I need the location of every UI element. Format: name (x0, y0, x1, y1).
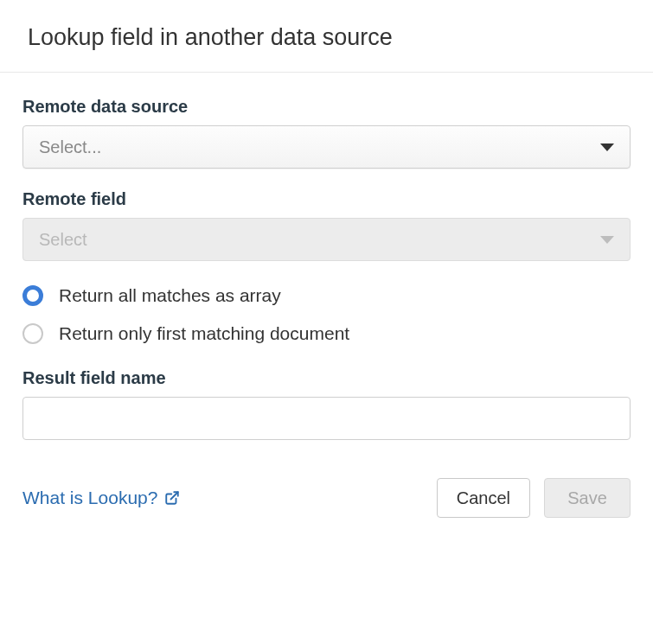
result-field-name-input[interactable] (22, 397, 631, 440)
remote-data-source-label: Remote data source (22, 97, 631, 117)
remote-data-source-placeholder: Select... (39, 137, 101, 157)
radio-return-first-label: Return only first matching document (59, 323, 349, 344)
result-field-name-group: Result field name (22, 368, 631, 440)
remote-field-label: Remote field (22, 189, 631, 209)
external-link-icon (164, 490, 180, 506)
radio-dot (29, 292, 36, 299)
help-link-text: What is Lookup? (22, 488, 157, 508)
footer-buttons: Cancel Save (437, 478, 631, 518)
radio-return-all[interactable]: Return all matches as array (22, 285, 631, 306)
help-link[interactable]: What is Lookup? (22, 488, 180, 508)
remote-field-placeholder: Select (39, 230, 87, 250)
dialog-footer: What is Lookup? Cancel Save (0, 478, 653, 518)
chevron-down-icon (600, 143, 614, 151)
remote-data-source-select[interactable]: Select... (22, 125, 631, 169)
radio-icon (22, 323, 43, 344)
match-mode-radio-group: Return all matches as array Return only … (22, 285, 631, 344)
cancel-button[interactable]: Cancel (437, 478, 530, 518)
remote-field-group: Remote field Select (22, 189, 631, 261)
radio-icon (22, 285, 43, 306)
dialog-title: Lookup field in another data source (28, 24, 625, 51)
radio-return-all-label: Return all matches as array (59, 285, 281, 306)
dialog-body: Remote data source Select... Remote fiel… (0, 73, 653, 440)
chevron-down-icon (600, 236, 614, 244)
svg-line-0 (171, 492, 178, 499)
save-button: Save (544, 478, 631, 518)
radio-return-first[interactable]: Return only first matching document (22, 323, 631, 344)
result-field-name-label: Result field name (22, 368, 631, 388)
remote-data-source-group: Remote data source Select... (22, 97, 631, 169)
dialog-header: Lookup field in another data source (0, 0, 653, 73)
remote-field-select: Select (22, 218, 631, 261)
